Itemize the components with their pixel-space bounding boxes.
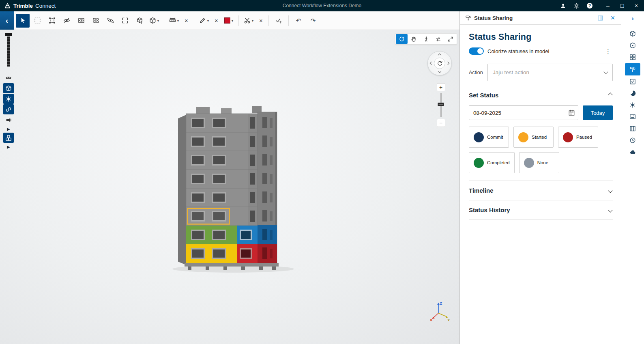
zoom-in-button[interactable]: + [437,83,445,91]
colorize-label: Colorize statuses in model [487,48,549,54]
panel-layout-button[interactable] [596,14,604,22]
status-started-button[interactable]: Started [513,127,554,148]
pan-tool[interactable] [408,34,420,44]
sync-panel-button[interactable] [626,146,640,158]
walk-tool[interactable] [420,34,432,44]
today-button[interactable]: Today [583,105,613,120]
markup-clear-button[interactable]: × [212,14,221,28]
window-controls: – □ × [604,2,640,9]
rotate-up-button[interactable] [437,52,442,58]
markup-pen-tool[interactable]: ▾ [197,14,211,28]
panel-header-title: Status Sharing [474,15,513,21]
timeline-section-header[interactable]: Timeline [469,181,613,200]
view-options-tool[interactable]: ▾ [147,14,161,28]
zoom-out-button[interactable]: − [437,119,445,127]
user-button[interactable] [559,2,567,9]
rotate-left-button[interactable] [429,60,434,66]
status-date-input[interactable] [469,105,578,120]
status-label: Commit [487,135,503,140]
panel-close-button[interactable]: × [609,14,617,22]
status-history-section-header[interactable]: Status History [469,200,613,219]
divider [469,219,613,220]
status-color-dot [518,132,528,142]
eye-dashed-box-icon [92,17,99,24]
models-panel-button[interactable] [626,28,640,39]
rotate-down-button[interactable] [437,69,442,74]
fullscreen-tool[interactable] [444,34,456,44]
close-button[interactable]: × [633,2,640,9]
building-model[interactable] [172,105,294,275]
orbit-reset-button[interactable] [434,58,445,69]
status-none-button[interactable]: None [519,152,559,173]
expand-more-button-1[interactable]: ▸ [4,125,13,132]
todos-panel-button[interactable] [626,76,640,87]
settings-panel-button[interactable] [626,99,640,111]
help-button[interactable]: ? [586,2,593,9]
history-panel-button[interactable] [626,135,640,146]
set-status-section-header[interactable]: Set Status [469,87,613,103]
expand-more-button-2[interactable]: ▸ [4,143,13,150]
isolate-objects-tool[interactable] [89,14,103,28]
swap-view-tool[interactable] [432,34,444,44]
measure-tool[interactable]: ▾ [167,14,181,28]
object-colorize-tool[interactable] [133,14,146,28]
tables-panel-button[interactable] [626,123,640,134]
hand-icon [411,36,417,42]
minimize-button[interactable]: – [604,2,612,9]
chevron-down-icon [438,70,441,73]
reports-panel-button[interactable] [626,88,640,99]
views-panel-button[interactable] [626,40,640,51]
media-panel-button[interactable] [626,111,640,123]
markup-todo-tool[interactable] [272,14,286,28]
orbit-icon [437,60,443,67]
status-paused-button[interactable]: Paused [558,127,598,148]
zoom-to-fit-tool[interactable] [118,14,132,28]
section-clip-tool[interactable]: ▾ [242,14,255,28]
titlebar-actions: ? – □ × [559,2,640,9]
link-tool[interactable] [3,104,14,114]
check-box-icon [629,78,636,85]
measure-clear-button[interactable]: × [182,14,191,28]
layers-tool[interactable] [3,133,14,143]
marquee-select-tool[interactable] [30,14,44,28]
maximize-button[interactable]: □ [618,2,626,9]
eye-box-icon [78,17,85,24]
zoom-slider[interactable] [440,93,442,117]
slider-handle[interactable] [5,33,12,36]
redo-button[interactable]: ↷ [306,14,320,28]
paint-spray-tool[interactable] [3,115,14,125]
rail-collapse-button[interactable]: › [621,13,644,23]
orbit-tool[interactable] [396,34,408,44]
calendar-icon[interactable] [568,110,575,116]
brand: Trimble Connect [4,2,56,9]
action-select[interactable]: Jaju test action [487,64,613,81]
back-button[interactable]: ‹ [0,11,14,30]
multi-select-tool[interactable] [45,14,59,28]
markup-color-tool[interactable]: ▾ [222,14,236,28]
timeline-heading: Timeline [469,187,494,194]
navigation-compass[interactable] [427,51,452,75]
status-commit-button[interactable]: Commit [469,127,509,148]
selected-object-highlight[interactable] [188,209,230,224]
status-completed-button[interactable]: Completed [469,152,515,173]
section-clear-button[interactable]: × [256,14,266,28]
settings-snowflake-tool[interactable] [3,94,14,104]
groups-panel-button[interactable] [626,52,640,63]
colorize-toggle[interactable] [469,47,484,55]
more-options-button[interactable]: ⋮ [603,48,613,54]
undo-button[interactable]: ↶ [292,14,305,28]
visibility-tool[interactable] [3,73,14,83]
zoom-slider-handle[interactable] [438,103,444,106]
hide-objects-tool[interactable] [60,14,73,28]
models-tool[interactable] [3,83,14,93]
show-objects-tool[interactable] [74,14,88,28]
multi-select-icon [49,17,56,24]
status-sharing-panel-button[interactable] [625,63,640,75]
visibility-options-tool[interactable] [103,14,117,28]
settings-button[interactable] [573,2,580,9]
select-tool[interactable] [16,14,30,28]
paint-spray-icon [5,117,12,123]
rotate-right-button[interactable] [445,60,451,66]
viewport-3d[interactable]: ▸▸ + − [0,30,459,344]
section-level-slider[interactable] [4,33,13,69]
